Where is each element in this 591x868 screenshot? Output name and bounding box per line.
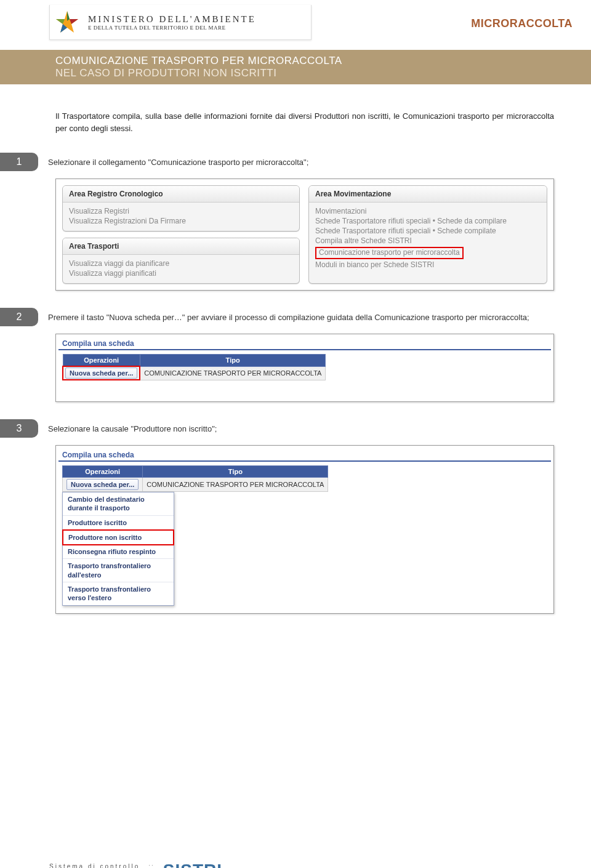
panel-link[interactable]: Compila altre Schede SISTRI: [315, 236, 541, 246]
ministry-star-icon: [54, 9, 81, 36]
section-title-band: COMUNICAZIONE TRASPORTO PER MICRORACCOLT…: [0, 50, 591, 84]
step-number-2: 2: [0, 308, 38, 326]
col-header-operazioni: Operazioni: [63, 466, 143, 478]
panel-link[interactable]: Schede Trasportatore rifiuti speciali • …: [315, 216, 541, 226]
panel-area-trasporti: Area Trasporti Visualizza viaggi da pian…: [62, 238, 300, 284]
panel-title: Area Trasporti: [63, 238, 299, 255]
panel-link[interactable]: Visualizza Registri: [69, 206, 293, 216]
panel-area-movimentazione: Area Movimentazione Movimentazioni Sched…: [308, 185, 547, 284]
step-number-1: 1: [0, 153, 38, 171]
nuova-scheda-button[interactable]: Nuova scheda per...: [65, 368, 137, 379]
form-title: Compila una scheda: [58, 337, 551, 350]
panel-link-highlighted[interactable]: Comunicazione trasporto per microraccolt…: [315, 247, 464, 259]
dropdown-item[interactable]: Riconsegna rifiuto respinto: [63, 545, 174, 559]
panel-link[interactable]: Visualizza viaggi pianificati: [69, 268, 293, 278]
panel-area-registro: Area Registro Cronologico Visualizza Reg…: [62, 185, 300, 231]
screenshot-step-2: Compila una scheda Operazioni Tipo Nuova…: [55, 334, 554, 402]
sistri-dots-icon: ::::::: [148, 865, 155, 868]
step-text-1: Selezionare il collegamento "Comunicazio…: [48, 153, 573, 169]
sistri-logo: SISTRI: [163, 861, 222, 868]
panel-title: Area Movimentazione: [309, 186, 547, 203]
nuova-scheda-button[interactable]: Nuova scheda per...: [66, 479, 139, 490]
step-text-2: Premere il tasto "Nuova scheda per…" per…: [48, 308, 573, 324]
ministry-name-line1: MINISTERO DELL'AMBIENTE: [88, 14, 256, 25]
panel-link[interactable]: Visualizza viaggi da pianificare: [69, 259, 293, 268]
panel-title: Area Registro Cronologico: [63, 186, 299, 203]
step-text-3: Selezionare la causale "Produttore non i…: [48, 419, 573, 435]
footer-tagline-line1: Sistema di controllo: [49, 863, 140, 868]
intro-paragraph: Il Trasportatore compila, sulla base del…: [55, 110, 573, 134]
screenshot-step-1: Area Registro Cronologico Visualizza Reg…: [55, 179, 554, 291]
ministry-logo-box: MINISTERO DELL'AMBIENTE E DELLA TUTELA D…: [49, 5, 312, 40]
document-label: MICRORACCOLTA: [471, 17, 573, 30]
screenshot-step-3: Compila una scheda Operazioni Tipo Nuova…: [55, 445, 554, 614]
step-number-3: 3: [0, 419, 38, 438]
form-title: Compila una scheda: [58, 448, 551, 462]
section-title-line1: COMUNICAZIONE TRASPORTO PER MICRORACCOLT…: [55, 55, 591, 67]
section-title-line2: NEL CASO DI PRODUTTORI NON ISCRITTI: [55, 67, 591, 79]
ministry-name-line2: E DELLA TUTELA DEL TERRITORIO E DEL MARE: [88, 25, 256, 31]
col-header-operazioni: Operazioni: [63, 355, 140, 367]
panel-link[interactable]: Movimentazioni: [315, 206, 541, 216]
dropdown-item[interactable]: Trasporto transfrontaliero verso l'ester…: [63, 582, 174, 605]
col-header-tipo: Tipo: [140, 355, 326, 367]
page-header: MINISTERO DELL'AMBIENTE E DELLA TUTELA D…: [0, 0, 591, 46]
causale-dropdown: Cambio del destinatario durante il trasp…: [62, 492, 174, 606]
tipo-value: COMUNICAZIONE TRASPORTO PER MICRORACCOLT…: [143, 478, 328, 492]
panel-link[interactable]: Moduli in bianco per Schede SISTRI: [315, 260, 541, 270]
dropdown-item-highlighted[interactable]: Produttore non iscritto: [62, 529, 174, 545]
col-header-tipo: Tipo: [143, 466, 328, 478]
dropdown-item[interactable]: Trasporto transfrontaliero dall'estero: [63, 559, 174, 582]
page-footer: Sistema di controllo della Tracciabilità…: [49, 861, 573, 868]
panel-link[interactable]: Visualizza Registrazioni Da Firmare: [69, 216, 293, 226]
tipo-value: COMUNICAZIONE TRASPORTO PER MICRORACCOLT…: [140, 366, 326, 380]
dropdown-item[interactable]: Cambio del destinatario durante il trasp…: [63, 492, 174, 516]
panel-link[interactable]: Schede Trasportatore rifiuti speciali • …: [315, 226, 541, 236]
dropdown-item[interactable]: Produttore iscritto: [63, 516, 174, 530]
